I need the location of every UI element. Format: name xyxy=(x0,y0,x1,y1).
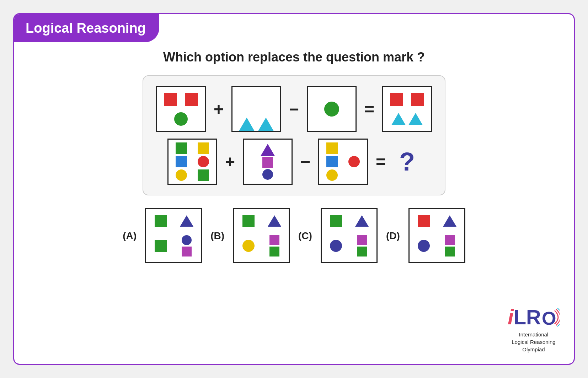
logo-o-svg: O xyxy=(541,307,560,328)
puzzle-box-1-result xyxy=(382,86,432,132)
svg-text:O: O xyxy=(542,308,556,328)
purple-circle xyxy=(262,169,273,180)
minus-2: − xyxy=(300,152,310,172)
d-blue-tri xyxy=(443,215,456,227)
main-card: Logical Reasoning Which option replaces … xyxy=(13,13,575,365)
logo-o-container: O xyxy=(541,307,560,328)
question-mark: ? xyxy=(399,147,415,176)
logo-area: i L R O InternationalLogical ReasoningOl… xyxy=(508,305,560,353)
puzzle-box-2-2 xyxy=(243,139,293,185)
a-blue-tri xyxy=(180,215,193,227)
label-d: (D) xyxy=(386,230,400,242)
b-green-sq xyxy=(242,215,255,227)
header-title: Logical Reasoning xyxy=(26,21,146,36)
c-blue-circle xyxy=(330,240,342,252)
res-cyan-tri-1 xyxy=(391,113,406,125)
a-blue-circle xyxy=(182,235,192,245)
logo-i: i xyxy=(508,305,514,329)
green-sq-2 xyxy=(198,169,209,181)
puzzle-row-1: + − = xyxy=(156,86,432,132)
equals-1: = xyxy=(364,99,374,119)
blue-sq xyxy=(176,156,187,167)
res-red-sq-1 xyxy=(390,93,403,106)
logo-l: L xyxy=(514,305,526,329)
yellow-sq xyxy=(198,142,209,154)
puzzle-box-1-3 xyxy=(307,86,357,132)
logo-subtitle: InternationalLogical ReasoningOlympiad xyxy=(512,331,555,353)
a-purple-sq xyxy=(182,247,192,256)
c-purple-sq xyxy=(357,235,367,245)
puzzle-box-1-1 xyxy=(156,86,206,132)
equals-2: = xyxy=(376,152,386,172)
plus-1: + xyxy=(214,99,224,119)
minus-1: − xyxy=(289,99,299,119)
green-sq xyxy=(176,142,187,154)
header-tag: Logical Reasoning xyxy=(14,14,159,42)
answers-row: (A) (B) xyxy=(123,208,465,263)
d-green-sq xyxy=(445,247,455,256)
yellow-circle xyxy=(176,169,187,181)
res-red-sq-2 xyxy=(411,93,424,106)
green-circle xyxy=(174,112,188,126)
label-c: (C) xyxy=(298,230,312,242)
answer-box-c[interactable] xyxy=(321,208,378,263)
a-green-sq2 xyxy=(155,240,167,252)
logo-r: R xyxy=(526,305,541,329)
cyan-triangle-1 xyxy=(239,118,255,131)
purple-triangle xyxy=(261,144,275,156)
label-b: (B) xyxy=(210,230,224,242)
b-yellow-circle xyxy=(242,240,255,252)
answer-box-a[interactable] xyxy=(145,208,202,263)
d-pink-sq xyxy=(445,235,455,245)
puzzle-box-2-1 xyxy=(167,139,217,185)
answer-box-b[interactable] xyxy=(233,208,290,263)
b6-red-circle xyxy=(348,156,360,167)
label-a: (A) xyxy=(123,230,137,242)
d-red-sq xyxy=(418,215,430,227)
b6-yellow-sq xyxy=(326,142,338,154)
b6-blue-sq xyxy=(326,156,338,167)
green-circle-center xyxy=(324,102,339,117)
question-title: Which option replaces the question mark … xyxy=(163,50,425,65)
b-purple-sq xyxy=(269,235,279,245)
d-purple-circle xyxy=(418,240,430,252)
red-square-1 xyxy=(164,93,177,106)
puzzle-box-2-3 xyxy=(318,139,368,185)
a-green-sq xyxy=(155,215,167,227)
b-blue-tri xyxy=(268,215,281,227)
res-cyan-tri-2 xyxy=(408,113,423,125)
puzzle-row-2: + − = xyxy=(167,139,421,185)
puzzle-box-1-2 xyxy=(231,86,281,132)
c-blue-tri xyxy=(355,215,369,227)
red-circle xyxy=(198,156,209,167)
logo-wordmark: i L R O xyxy=(508,305,560,329)
c-green-sq2 xyxy=(357,247,367,256)
purple-sq xyxy=(262,157,273,168)
red-square-2 xyxy=(185,93,198,106)
b6-yellow-circle xyxy=(326,169,338,181)
cyan-triangle-2 xyxy=(258,118,274,131)
plus-2: + xyxy=(225,152,235,172)
b-green-sq2 xyxy=(269,247,279,256)
puzzle-area: + − = xyxy=(143,75,445,195)
c-green-sq xyxy=(330,215,342,227)
answer-box-d[interactable] xyxy=(408,208,465,263)
